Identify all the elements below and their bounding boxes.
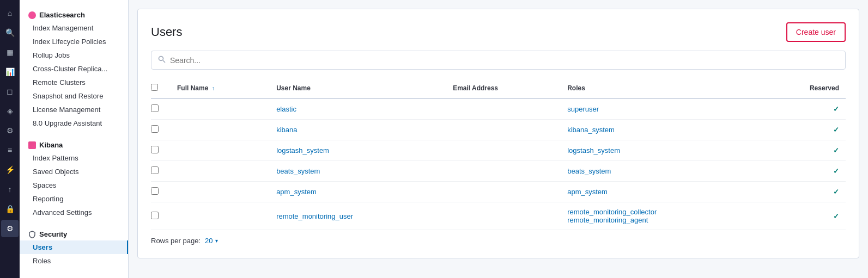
row-checkbox[interactable] [151,146,159,153]
row-checkbox[interactable] [151,125,159,133]
full-name-header[interactable]: Full Name ↑ [171,78,270,98]
row-checkbox[interactable] [151,104,159,112]
canvas-icon[interactable]: ◻ [1,83,19,100]
row-checkbox[interactable] [151,212,159,219]
full-name-cell [171,98,270,120]
table-row: logstash_systemlogstash_system✓ [151,140,846,161]
elasticsearch-brand-icon [28,11,36,19]
role-link[interactable]: remote_monitoring_agent [567,216,755,224]
username-cell[interactable]: logstash_system [270,140,446,161]
roles-cell: logstash_system [561,140,762,161]
email-header: Email Address [446,78,561,98]
reserved-cell: ✓ [762,140,846,161]
reserved-check-icon: ✓ [833,126,839,134]
username-link[interactable]: remote_monitoring_user [276,212,353,220]
sidebar-item-upgrade[interactable]: 8.0 Upgrade Assistant [20,116,128,130]
kibana-section-header: Kibana [20,137,128,151]
roles-cell: apm_system [561,182,762,202]
sidebar-item-reporting[interactable]: Reporting [20,192,128,206]
maps-icon[interactable]: ◈ [1,102,19,120]
username-cell[interactable]: elastic [270,98,446,120]
roles-cell: superuser [561,98,762,120]
username-link[interactable]: logstash_system [276,146,329,155]
sidebar-item-spaces[interactable]: Spaces [20,178,128,192]
row-checkbox-cell [151,182,171,202]
row-checkbox-cell [151,140,171,161]
table-row: beats_systembeats_system✓ [151,161,846,182]
uptime-icon[interactable]: ↑ [1,181,19,198]
username-link[interactable]: beats_system [276,167,320,175]
create-user-button[interactable]: Create user [786,22,846,42]
sidebar-item-lifecycle[interactable]: Index Lifecycle Policies [20,35,128,48]
discover-icon[interactable]: 🔍 [1,24,19,41]
sidebar-item-index-management[interactable]: Index Management [20,21,128,35]
email-cell [446,182,561,202]
kibana-label: Kibana [39,141,63,149]
sidebar-item-cross-cluster[interactable]: Cross-Cluster Replica... [20,62,128,76]
username-link[interactable]: kibana [276,126,297,134]
roles-cell: remote_monitoring_collectorremote_monito… [561,202,762,230]
reserved-cell: ✓ [762,182,846,202]
username-link[interactable]: apm_system [276,188,317,196]
apm-icon[interactable]: ⚡ [1,161,19,178]
table-row: apm_systemapm_system✓ [151,182,846,202]
role-link[interactable]: superuser [567,105,755,113]
rows-per-page-select[interactable]: 20 ▾ [205,237,217,245]
roles-cell: beats_system [561,161,762,182]
email-cell [446,140,561,161]
roles-cell: kibana_system [561,120,762,140]
role-link[interactable]: apm_system [567,188,755,196]
full-name-cell [171,161,270,182]
username-link[interactable]: elastic [276,105,296,113]
search-input[interactable] [170,56,839,65]
users-table: Full Name ↑ User Name Email Address Role… [151,78,846,230]
ml-icon[interactable]: ⚙ [1,122,19,139]
table-footer: Rows per page: 20 ▾ [151,230,846,245]
dashboard-icon[interactable]: ▦ [1,44,19,61]
row-checkbox[interactable] [151,166,159,174]
table-row: remote_monitoring_userremote_monitoring_… [151,202,846,230]
role-link[interactable]: kibana_system [567,126,755,134]
lock-icon[interactable]: 🔒 [1,200,19,218]
row-checkbox-cell [151,161,171,182]
role-link[interactable]: logstash_system [567,146,755,155]
sidebar-item-remote-clusters[interactable]: Remote Clusters [20,76,128,89]
elasticsearch-label: Elasticsearch [39,11,85,19]
sidebar: Elasticsearch Index Management Index Lif… [20,0,129,278]
username-cell[interactable]: kibana [270,120,446,140]
full-name-cell [171,182,270,202]
sidebar-item-users[interactable]: Users [20,240,128,254]
username-header: User Name [270,78,446,98]
username-cell[interactable]: apm_system [270,182,446,202]
sidebar-item-rollup[interactable]: Rollup Jobs [20,48,128,62]
username-cell[interactable]: remote_monitoring_user [270,202,446,230]
row-checkbox[interactable] [151,187,159,195]
sidebar-item-roles[interactable]: Roles [20,254,128,268]
select-all-checkbox[interactable] [151,84,158,91]
security-shield-icon [28,231,36,238]
visualize-icon[interactable]: 📊 [1,63,19,81]
home-icon[interactable]: ⌂ [1,4,19,22]
sidebar-item-license[interactable]: License Management [20,103,128,116]
username-cell[interactable]: beats_system [270,161,446,182]
search-icon [158,55,166,65]
sidebar-item-saved-objects[interactable]: Saved Objects [20,165,128,178]
roles-header: Roles [561,78,762,98]
sidebar-item-snapshot[interactable]: Snapshot and Restore [20,89,128,103]
page-title: Users [151,25,182,39]
role-link[interactable]: beats_system [567,167,755,175]
sidebar-item-index-patterns[interactable]: Index Patterns [20,151,128,165]
role-link[interactable]: remote_monitoring_collector [567,208,755,216]
panel-header: Users Create user [151,22,846,42]
reserved-check-icon: ✓ [833,212,839,220]
icon-rail: ⌂ 🔍 ▦ 📊 ◻ ◈ ⚙ ≡ ⚡ ↑ 🔒 ⚙ [0,0,20,278]
settings-gear-icon[interactable]: ⚙ [1,220,19,237]
search-bar [151,51,846,70]
select-all-header [151,78,171,98]
sidebar-item-advanced-settings[interactable]: Advanced Settings [20,206,128,219]
svg-line-1 [163,60,165,63]
logs-icon[interactable]: ≡ [1,141,19,159]
rows-per-page-label: Rows per page: [151,237,201,245]
security-label: Security [39,230,67,238]
email-cell [446,98,561,120]
